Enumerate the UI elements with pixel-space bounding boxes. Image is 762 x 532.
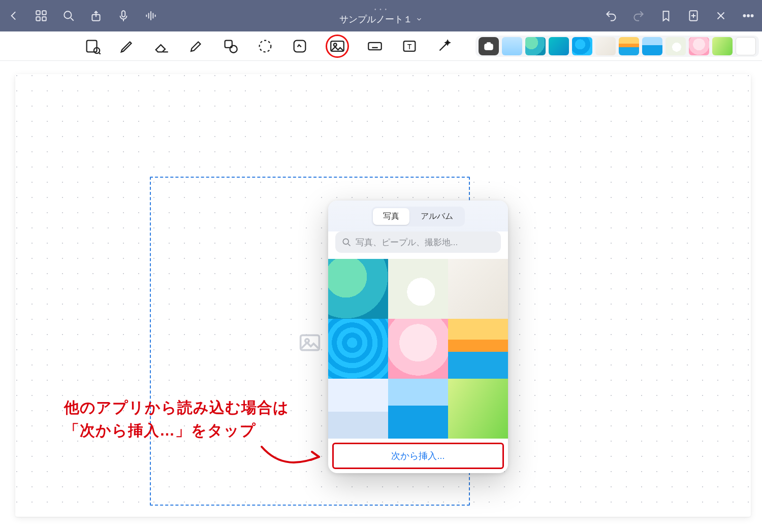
- image-tool-selected[interactable]: [326, 35, 349, 58]
- svg-text:T: T: [407, 42, 412, 50]
- recent-thumb[interactable]: [572, 37, 592, 55]
- picker-photo[interactable]: [388, 379, 448, 439]
- svg-rect-8: [122, 11, 125, 17]
- svg-rect-23: [87, 40, 97, 52]
- top-nav-left: [7, 9, 157, 22]
- picker-search-placeholder: 写真、ピープル、撮影地...: [356, 237, 458, 248]
- back-icon[interactable]: [7, 9, 20, 22]
- picker-photo[interactable]: [328, 379, 388, 439]
- svg-line-40: [440, 43, 447, 50]
- top-nav-right: [605, 9, 755, 22]
- lasso-icon[interactable]: [257, 38, 274, 55]
- grid-apps-icon[interactable]: [35, 9, 48, 22]
- zoom-page-icon[interactable]: [84, 38, 101, 55]
- svg-line-25: [99, 52, 101, 54]
- recent-thumb[interactable]: [712, 37, 733, 55]
- mic-icon[interactable]: [117, 9, 130, 22]
- picker-tab-albums[interactable]: アルバム: [410, 208, 463, 225]
- redo-icon[interactable]: [632, 9, 645, 22]
- recent-thumb[interactable]: [665, 37, 686, 55]
- svg-rect-2: [36, 17, 40, 21]
- share-icon[interactable]: [89, 9, 103, 22]
- text-tool-icon[interactable]: T: [401, 38, 418, 55]
- svg-line-47: [348, 244, 350, 246]
- svg-rect-44: [301, 335, 320, 350]
- picker-photo[interactable]: [328, 319, 388, 379]
- window-grabber[interactable]: • • •: [374, 7, 388, 12]
- chevron-down-icon: [416, 16, 423, 23]
- picker-photo-grid: [328, 259, 508, 439]
- document-title-text: サンプルノート１: [339, 13, 412, 25]
- close-toolbar-icon[interactable]: [714, 9, 727, 22]
- recent-thumb[interactable]: [595, 37, 616, 55]
- svg-point-32: [334, 43, 337, 46]
- picker-photo[interactable]: [448, 259, 508, 319]
- svg-rect-43: [487, 43, 490, 45]
- recent-thumb[interactable]: [689, 37, 709, 55]
- picker-photo[interactable]: [388, 319, 448, 379]
- picker-search-field[interactable]: 写真、ピープル、撮影地...: [335, 231, 501, 253]
- svg-point-46: [343, 239, 348, 244]
- recent-thumb[interactable]: [736, 37, 756, 55]
- eraser-icon[interactable]: [153, 38, 170, 55]
- keyboard-icon[interactable]: [366, 38, 384, 55]
- annotation-arrow-icon: [259, 442, 325, 472]
- picker-photo[interactable]: [448, 319, 508, 379]
- annotation-text: 他のアプリから読み込む場合は 「次から挿入…」をタップ: [64, 396, 289, 442]
- recent-thumb[interactable]: [619, 37, 639, 55]
- highlighter-icon[interactable]: [187, 38, 205, 55]
- shape-tool-icon[interactable]: [222, 38, 239, 55]
- svg-rect-33: [368, 42, 382, 49]
- svg-point-20: [743, 15, 745, 17]
- svg-rect-0: [36, 11, 40, 15]
- photo-picker-popover: 写真 アルバム 写真、ピープル、撮影地... 次から挿入...: [328, 201, 508, 473]
- more-icon[interactable]: [742, 9, 755, 22]
- svg-point-29: [260, 40, 271, 52]
- document-title[interactable]: サンプルノート１: [339, 13, 423, 25]
- svg-point-4: [64, 11, 71, 18]
- new-page-icon[interactable]: [687, 9, 700, 22]
- picker-tab-photos[interactable]: 写真: [373, 208, 409, 225]
- search-icon: [341, 237, 352, 247]
- top-nav-center: • • • サンプルノート１: [339, 7, 423, 25]
- picker-photo[interactable]: [328, 259, 388, 319]
- undo-icon[interactable]: [605, 9, 618, 22]
- insert-from-label: 次から挿入...: [391, 450, 444, 462]
- recent-thumb[interactable]: [502, 37, 522, 55]
- picker-segmented-control: 写真 アルバム: [328, 201, 508, 231]
- recent-thumb[interactable]: [525, 37, 546, 55]
- picker-photo[interactable]: [388, 259, 448, 319]
- picker-photo[interactable]: [448, 379, 508, 439]
- image-placeholder-icon: [299, 331, 321, 351]
- tool-row: T: [0, 31, 762, 61]
- svg-point-21: [747, 15, 749, 17]
- bookmark-icon[interactable]: [659, 9, 673, 22]
- magic-wand-icon[interactable]: [435, 38, 453, 55]
- sticker-icon[interactable]: [291, 38, 308, 55]
- top-nav-bar: • • • サンプルノート１: [0, 0, 762, 31]
- recent-images-strip: [475, 36, 759, 57]
- recent-thumb[interactable]: [549, 37, 569, 55]
- canvas-area: 写真 アルバム 写真、ピープル、撮影地... 次から挿入... 他のアプリから読…: [0, 61, 762, 532]
- recent-thumb[interactable]: [642, 37, 662, 55]
- waveform-icon[interactable]: [144, 9, 157, 22]
- svg-rect-1: [42, 11, 46, 15]
- insert-from-button[interactable]: 次から挿入...: [332, 443, 504, 469]
- svg-line-5: [71, 18, 73, 20]
- search-icon[interactable]: [62, 9, 75, 22]
- image-tool-icon: [329, 38, 346, 55]
- svg-rect-3: [42, 17, 46, 21]
- camera-button[interactable]: [479, 37, 499, 55]
- svg-point-28: [230, 45, 237, 52]
- pen-icon[interactable]: [118, 38, 136, 55]
- svg-point-22: [751, 15, 753, 17]
